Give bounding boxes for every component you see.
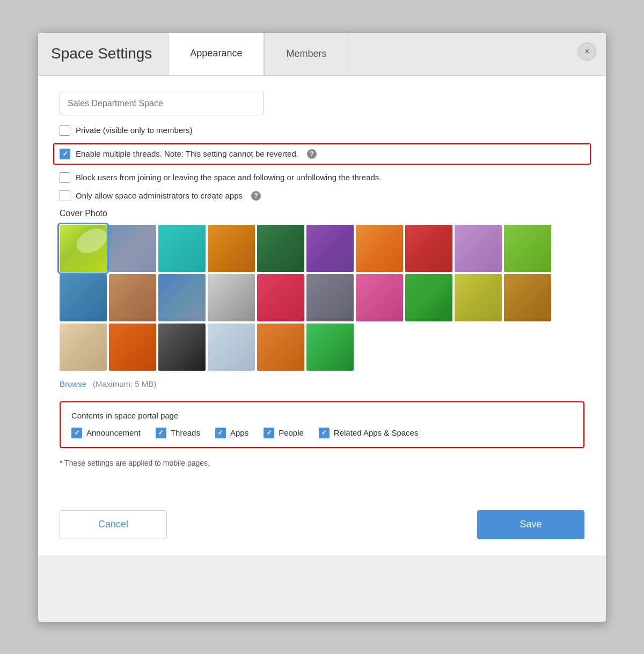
admin-apps-label[interactable]: Only allow space administrators to creat… [60,190,261,201]
admin-apps-label-text: Only allow space administrators to creat… [76,191,243,200]
close-icon: × [584,47,589,56]
multiple-threads-label-text: Enable multiple threads. Note: This sett… [76,149,298,158]
announcement-label: Announcement [86,428,141,437]
cover-photo-21[interactable] [109,324,156,371]
cover-photo-2[interactable] [158,225,206,272]
portal-apps[interactable]: Apps [215,428,248,438]
cover-photo-13[interactable] [208,274,255,321]
portal-people[interactable]: People [264,428,304,438]
admin-apps-help-icon[interactable]: ? [251,191,261,201]
cover-photo-16[interactable] [356,274,403,321]
private-checkbox-row: Private (visible only to members) [60,125,584,136]
tabs-container: Appearance Members [168,33,606,75]
block-users-checkbox[interactable] [60,172,70,183]
threads-label: Threads [171,428,200,437]
cover-photo-22[interactable] [158,324,206,371]
cover-photo-0[interactable] [60,225,107,272]
apps-checkbox[interactable] [215,428,226,438]
private-label-text: Private (visible only to members) [76,126,193,135]
tab-members-label: Members [286,48,326,60]
cover-photo-11[interactable] [109,274,156,321]
people-checkbox[interactable] [264,428,274,438]
settings-dialog: Space Settings Appearance Members × Priv… [38,32,606,622]
cover-photo-24[interactable] [257,324,304,371]
cover-photo-section-label: Cover Photo [60,209,584,218]
space-name-input[interactable] [60,92,264,115]
dialog-footer: Cancel Save [38,499,606,555]
block-users-label[interactable]: Block users from joining or leaving the … [60,172,382,183]
browse-link[interactable]: Browse [60,379,86,388]
block-users-checkbox-row: Block users from joining or leaving the … [60,172,584,183]
portal-section-title: Contents in space portal page [71,411,573,420]
cover-photo-5[interactable] [306,225,354,272]
cover-photo-20[interactable] [60,324,107,371]
cover-photo-15[interactable] [306,274,354,321]
cover-photo-7[interactable] [405,225,452,272]
cover-photo-4[interactable] [257,225,304,272]
cover-photo-6[interactable] [356,225,403,272]
browse-row: Browse (Maximum: 5 MB) [60,379,584,388]
tab-members[interactable]: Members [264,33,348,75]
portal-section: Contents in space portal page Announceme… [60,401,584,448]
close-button[interactable]: × [578,42,596,61]
cover-photo-23[interactable] [208,324,255,371]
cover-photo-grid [60,225,584,371]
mobile-note: * These settings are applied to mobile p… [60,459,584,467]
portal-related-apps[interactable]: Related Apps & Spaces [319,428,419,438]
cover-photo-17[interactable] [405,274,452,321]
svg-point-0 [72,225,107,258]
cover-photo-10[interactable] [60,274,107,321]
cover-photo-14[interactable] [257,274,304,321]
cover-photo-26[interactable] [356,324,403,371]
apps-label: Apps [230,428,248,437]
cover-photo-18[interactable] [455,274,502,321]
threads-checkbox[interactable] [156,428,166,438]
cancel-button[interactable]: Cancel [60,510,167,539]
people-label: People [279,428,304,437]
multiple-threads-label[interactable]: Enable multiple threads. Note: This sett… [60,149,317,159]
private-label[interactable]: Private (visible only to members) [60,125,193,136]
dialog-title: Space Settings [51,33,168,75]
portal-checkboxes: Announcement Threads Apps People Related… [71,428,573,438]
portal-announcement[interactable]: Announcement [71,428,141,438]
admin-apps-checkbox-row: Only allow space administrators to creat… [60,190,584,201]
related-apps-label: Related Apps & Spaces [334,428,419,437]
cover-photo-25[interactable] [306,324,354,371]
cover-photo-1[interactable] [109,225,156,272]
tab-appearance[interactable]: Appearance [168,33,264,75]
dialog-header: Space Settings Appearance Members × [38,33,606,76]
multiple-threads-checkbox[interactable] [60,149,70,159]
block-users-label-text: Block users from joining or leaving the … [76,173,382,182]
title-text: Space Settings [51,45,152,62]
multiple-threads-help-icon[interactable]: ? [307,149,317,159]
multiple-threads-checkbox-row: Enable multiple threads. Note: This sett… [53,143,591,165]
cover-photo-19[interactable] [504,274,551,321]
cover-photo-3[interactable] [208,225,255,272]
cover-photo-8[interactable] [455,225,502,272]
tab-appearance-label: Appearance [190,48,242,59]
cover-photo-12[interactable] [158,274,206,321]
admin-apps-checkbox[interactable] [60,190,70,201]
announcement-checkbox[interactable] [71,428,82,438]
max-size-hint: (Maximum: 5 MB) [93,379,156,388]
related-apps-checkbox[interactable] [319,428,330,438]
dialog-body: Private (visible only to members) Enable… [38,76,606,499]
portal-threads[interactable]: Threads [156,428,200,438]
cover-photo-9[interactable] [504,225,551,272]
save-button[interactable]: Save [477,510,584,539]
private-checkbox[interactable] [60,125,70,136]
